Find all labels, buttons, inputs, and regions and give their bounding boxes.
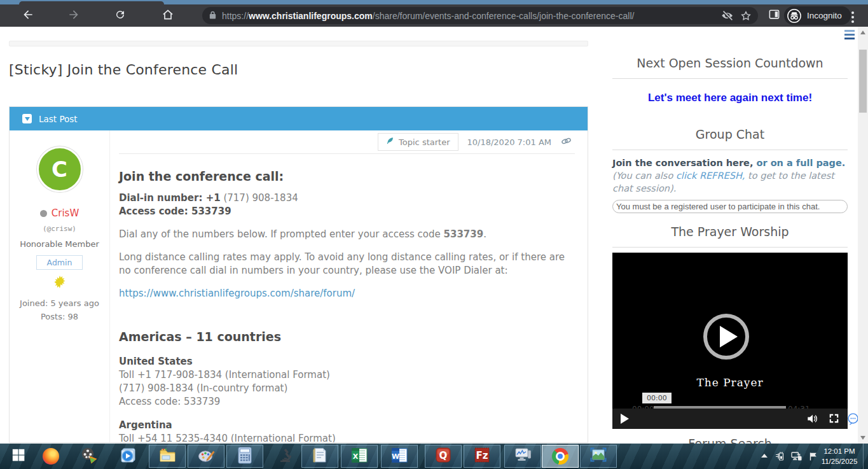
play-icon (720, 326, 738, 347)
taskbar-firefox[interactable] (32, 445, 69, 468)
paint-palette-icon (198, 447, 215, 466)
full-page-link[interactable]: or on a full page. (753, 158, 845, 168)
collapse-icon (22, 114, 32, 123)
bookmark-star-icon[interactable] (740, 10, 752, 22)
taskbar-chrome[interactable] (542, 445, 579, 468)
svg-text:W: W (392, 452, 399, 460)
taskbar-clock[interactable]: 12:01 PM 11/25/2025 (820, 446, 858, 466)
dial-instructions: Dial any of the numbers below. If prompt… (119, 228, 575, 241)
author-name[interactable]: CrisW (52, 207, 79, 219)
post-date: 10/18/2020 7:01 AM (467, 137, 552, 147)
filezilla-icon: Fz (474, 447, 490, 466)
lock-icon (209, 10, 217, 22)
incognito-label: Incognito (807, 11, 842, 20)
countdown-title: Next Open Session Countdown (612, 56, 848, 70)
home-button[interactable] (158, 6, 178, 25)
region-heading: Americas – 11 countries (119, 330, 575, 344)
taskbar-moviemaker[interactable] (71, 445, 107, 468)
fullscreen-icon[interactable] (829, 413, 839, 426)
browser-menu-button[interactable] (851, 10, 854, 25)
author-column: C CrisW (@crisw) Honorable Member Admin … (10, 130, 110, 443)
action-center-flag-icon[interactable] (808, 451, 818, 464)
start-button[interactable] (0, 445, 37, 468)
permalink-icon[interactable] (560, 135, 572, 150)
clock-date: 11/25/2025 (820, 456, 858, 466)
author-joined: Joined: 5 years ago (10, 298, 109, 308)
system-monitor-icon (514, 447, 532, 466)
word-icon: W (391, 447, 408, 466)
divider (612, 150, 848, 150)
last-post-label: Last Post (39, 114, 78, 124)
eye-off-icon[interactable] (722, 10, 734, 22)
video-controls (612, 409, 848, 429)
quicktime-icon: Q (435, 447, 451, 466)
big-play-button[interactable] (703, 314, 749, 360)
folder-icon (159, 447, 176, 466)
firefox-icon (43, 448, 59, 465)
widget-menu-icon[interactable] (844, 30, 855, 41)
taskbar: X W Q Fz 12:01 PM 11/25/2025 (0, 444, 868, 469)
author-handle: (@crisw) (10, 225, 109, 233)
collapsed-breadcrumb-bar (9, 41, 588, 46)
url-text: https://www.christianlifegroups.com/shar… (222, 11, 715, 21)
tray-show-hidden-icons[interactable] (761, 454, 768, 458)
scroll-down-arrow[interactable] (860, 436, 865, 440)
back-icon (22, 8, 34, 24)
group-chat-title: Group Chat (612, 127, 848, 141)
screen: https://www.christianlifegroups.com/shar… (0, 0, 868, 469)
taskbar-notepad[interactable] (301, 445, 338, 468)
film-reel-icon (81, 447, 98, 466)
taskbar-quicktime[interactable]: Q (425, 445, 462, 468)
media-player-icon (120, 447, 137, 466)
avatar[interactable]: C (37, 146, 83, 192)
page-scrollbar[interactable] (858, 27, 868, 444)
power-battery-icon[interactable] (775, 451, 785, 464)
taskbar-microscope[interactable] (267, 445, 304, 468)
taskbar-filezilla[interactable]: Fz (464, 445, 500, 468)
scroll-up-arrow[interactable] (860, 31, 865, 34)
side-panel-icon (768, 8, 780, 23)
dial-in-number: (717) 908-1834 (221, 192, 298, 204)
last-post-header[interactable]: Last Post (10, 107, 588, 130)
notepad-icon (312, 447, 327, 466)
svg-text:X: X (353, 452, 359, 460)
show-desktop-button[interactable] (863, 444, 868, 469)
photo-capture-icon (590, 447, 607, 466)
forward-button[interactable] (64, 6, 84, 25)
taskbar-explorer[interactable] (149, 445, 186, 468)
svg-text:Fz: Fz (476, 450, 488, 461)
play-button[interactable] (621, 414, 629, 424)
side-panel-button[interactable] (764, 6, 784, 25)
sidebar: Next Open Session Countdown Let's meet h… (612, 27, 848, 444)
video-caption: The Prayer (612, 376, 848, 389)
network-icon[interactable] (791, 451, 802, 464)
seek-tooltip: 00:00 (642, 393, 672, 403)
taskbar-paint[interactable] (188, 445, 224, 468)
taskbar-excel[interactable]: X (341, 445, 378, 468)
taskbar-snipping[interactable] (580, 445, 617, 468)
divider (612, 78, 848, 79)
scrollbar-thumb[interactable] (859, 50, 867, 113)
reload-button[interactable] (110, 6, 130, 25)
divider (612, 247, 848, 248)
reload-icon (114, 9, 126, 23)
video-player[interactable]: The Prayer 00:00 00:00 04:31 (612, 253, 848, 429)
back-button[interactable] (18, 6, 38, 25)
voip-dialer-link[interactable]: https://www.christianlifegroups.com/shar… (119, 288, 355, 299)
taskbar-mediaplayer[interactable] (109, 445, 146, 468)
home-icon (162, 8, 174, 24)
offline-status-dot (40, 210, 47, 217)
taskbar-calculator[interactable] (226, 445, 263, 468)
volume-icon[interactable] (806, 413, 818, 427)
main-column: [Sticky] Join the Conference Call Last P… (9, 27, 588, 443)
address-bar[interactable]: https://www.christianlifegroups.com/shar… (202, 7, 758, 24)
refresh-link[interactable]: click REFRESH, (676, 171, 745, 181)
taskbar-word[interactable]: W (381, 445, 418, 468)
forum-search-title: Forum Search (612, 437, 848, 444)
country-argentina: Argentina Toll +54 11 5235-4340 (Interna… (119, 419, 575, 443)
svg-text:Q: Q (439, 450, 448, 461)
member-star-icon (10, 275, 109, 291)
taskbar-sysmonitor[interactable] (504, 445, 541, 468)
author-role: Honorable Member (10, 239, 109, 249)
countdown-message: Let's meet here again next time! (612, 92, 848, 104)
